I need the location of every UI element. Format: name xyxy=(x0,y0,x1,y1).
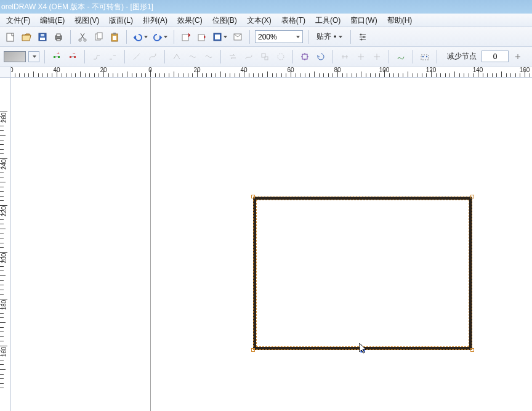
curve-button[interactable] xyxy=(146,50,159,63)
menu-layout[interactable]: 版面(L) xyxy=(104,14,138,26)
break-nodes-button[interactable] xyxy=(106,50,119,63)
options-button[interactable] xyxy=(356,30,369,44)
shape-preset-swatch[interactable] xyxy=(4,51,26,62)
smooth-node-button[interactable] xyxy=(186,50,200,63)
separator xyxy=(249,30,250,44)
import-button[interactable] xyxy=(179,30,193,44)
menu-table[interactable]: 表格(T) xyxy=(276,14,310,26)
reverse-direction-button[interactable] xyxy=(226,50,240,63)
print-button[interactable] xyxy=(52,30,65,44)
cusp-node-button[interactable] xyxy=(170,50,183,63)
menu-tools[interactable]: 工具(O) xyxy=(310,14,345,26)
selection-handle-tr[interactable] xyxy=(470,195,474,198)
menu-view[interactable]: 视图(V) xyxy=(70,14,104,26)
svg-point-30 xyxy=(278,54,284,60)
separator xyxy=(126,30,127,44)
separator xyxy=(413,50,413,63)
menu-edit[interactable]: 编辑(E) xyxy=(35,14,70,26)
ruler-vertical[interactable]: 260240220200180160 xyxy=(0,78,11,411)
rotate-nodes-button[interactable] xyxy=(314,50,328,63)
undo-button[interactable] xyxy=(132,30,149,44)
svg-rect-15 xyxy=(198,35,204,41)
menu-file[interactable]: 文件(F) xyxy=(1,14,35,26)
align-nodes-button[interactable] xyxy=(338,50,352,63)
welcome-button[interactable] xyxy=(231,30,244,44)
ruler-corner[interactable] xyxy=(0,67,11,78)
menu-help[interactable]: 帮助(H) xyxy=(382,14,417,26)
standard-toolbar: 200% 贴齐 • xyxy=(0,27,532,47)
zoom-value: 200% xyxy=(258,33,277,41)
svg-rect-0 xyxy=(7,33,14,41)
menu-effect[interactable]: 效果(C) xyxy=(172,14,208,26)
open-button[interactable] xyxy=(20,30,33,44)
svg-point-19 xyxy=(360,33,362,35)
redo-button[interactable] xyxy=(151,30,169,44)
symmetric-node-button[interactable] xyxy=(202,50,216,63)
selection-handle-br[interactable] xyxy=(470,348,474,352)
separator xyxy=(220,50,221,63)
menu-bitmap[interactable]: 位图(B) xyxy=(208,14,242,26)
app-launcher-button[interactable] xyxy=(211,30,228,44)
menu-text[interactable]: 文本(X) xyxy=(242,14,276,26)
separator xyxy=(84,50,85,63)
separator xyxy=(164,50,165,63)
chevron-down-icon xyxy=(33,55,36,58)
line-button[interactable] xyxy=(130,50,143,63)
reflect-h-button[interactable] xyxy=(354,50,368,63)
chevron-down-icon xyxy=(339,36,342,38)
property-toolbar: + − 减少节点 xyxy=(0,47,532,67)
join-nodes-button[interactable] xyxy=(90,50,103,63)
cursor-icon xyxy=(359,343,368,356)
separator xyxy=(437,50,437,63)
snap-label: 贴齐 xyxy=(316,31,331,42)
separator xyxy=(308,30,308,44)
menu-window[interactable]: 窗口(W) xyxy=(345,14,382,26)
save-button[interactable] xyxy=(36,30,49,44)
canvas-area[interactable] xyxy=(11,78,532,411)
stretch-nodes-button[interactable] xyxy=(298,50,312,63)
svg-rect-13 xyxy=(113,36,116,40)
export-button[interactable] xyxy=(195,30,209,44)
new-button[interactable] xyxy=(4,30,17,44)
reduce-nodes-input[interactable] xyxy=(482,51,509,62)
svg-text:−: − xyxy=(73,52,76,56)
extract-subpath-button[interactable] xyxy=(258,50,272,63)
svg-rect-31 xyxy=(302,54,307,59)
reflect-v-button[interactable] xyxy=(370,50,384,63)
selected-rectangle-object[interactable] xyxy=(253,197,472,350)
origin-guide-line xyxy=(150,78,151,411)
svg-text:+: + xyxy=(57,52,60,56)
delete-node-button[interactable]: − xyxy=(66,50,79,63)
paste-button[interactable] xyxy=(108,30,121,44)
chevron-down-icon xyxy=(144,36,148,38)
copy-button[interactable] xyxy=(92,30,105,44)
svg-point-21 xyxy=(361,38,363,40)
svg-rect-32 xyxy=(421,55,429,60)
elastic-mode-button[interactable] xyxy=(394,50,408,63)
reduce-nodes-spinner[interactable] xyxy=(511,50,525,63)
reduce-nodes-label: 减少节点 xyxy=(447,51,477,62)
ruler-horizontal[interactable]: 604020020406080100120140160 xyxy=(11,67,532,78)
selection-handle-bl[interactable] xyxy=(251,348,255,352)
selection-marquee-inner xyxy=(256,200,469,347)
shape-preset-dropdown[interactable] xyxy=(28,51,39,62)
zoom-level-combo[interactable]: 200% xyxy=(255,30,303,43)
svg-rect-6 xyxy=(57,39,60,41)
chevron-down-icon xyxy=(164,36,167,38)
separator xyxy=(350,30,351,44)
svg-rect-17 xyxy=(215,35,220,39)
title-bar: orelDRAW X4 (OEM 版本 - 不可转售) - [图形1] xyxy=(0,0,532,14)
svg-rect-5 xyxy=(57,34,60,36)
separator xyxy=(174,30,174,44)
cut-button[interactable] xyxy=(76,30,89,44)
extend-curve-button[interactable] xyxy=(242,50,256,63)
menu-arrange[interactable]: 排列(A) xyxy=(138,14,172,26)
svg-rect-12 xyxy=(113,33,116,35)
snap-to-button[interactable]: 贴齐 • xyxy=(313,30,345,44)
separator xyxy=(292,50,293,63)
svg-rect-33 xyxy=(422,56,424,57)
add-node-button[interactable]: + xyxy=(50,50,63,63)
select-all-nodes-button[interactable] xyxy=(418,50,432,63)
auto-close-button[interactable] xyxy=(274,50,288,63)
selection-handle-tl[interactable] xyxy=(251,195,255,198)
